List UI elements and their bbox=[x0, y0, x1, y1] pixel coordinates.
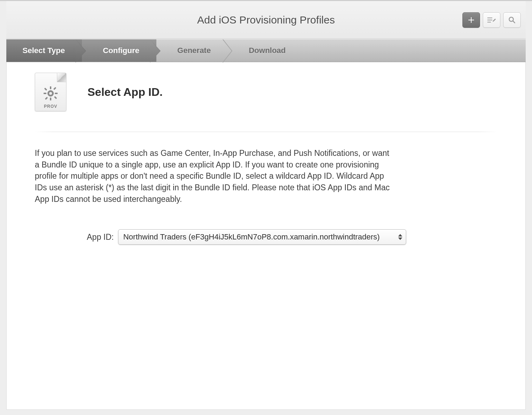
step-label: Select Type bbox=[22, 46, 65, 55]
svg-rect-10 bbox=[55, 93, 58, 94]
app-id-selected-value: Northwind Traders (eF3gH4iJ5kL6mN7oP8.co… bbox=[123, 232, 406, 242]
svg-rect-11 bbox=[44, 88, 47, 91]
divider bbox=[35, 132, 497, 132]
svg-rect-12 bbox=[54, 96, 57, 99]
provisioning-file-label: PROV bbox=[44, 104, 57, 109]
svg-rect-13 bbox=[53, 87, 56, 90]
section-head: PROV Select App ID. bbox=[35, 73, 497, 111]
app-frame: Add iOS Provisioning Profiles bbox=[0, 0, 532, 415]
search-button[interactable] bbox=[503, 12, 521, 28]
svg-point-6 bbox=[49, 92, 52, 95]
plus-icon bbox=[468, 17, 475, 24]
gear-icon bbox=[42, 85, 59, 102]
header-buttons bbox=[462, 12, 521, 28]
panel-header: Add iOS Provisioning Profiles bbox=[6, 1, 526, 39]
app-id-label: App ID: bbox=[87, 232, 114, 242]
step-label: Download bbox=[249, 46, 286, 55]
search-icon bbox=[508, 16, 516, 24]
app-id-select[interactable]: Northwind Traders (eF3gH4iJ5kL6mN7oP8.co… bbox=[118, 229, 406, 245]
add-button[interactable] bbox=[462, 12, 480, 28]
step-generate[interactable]: Generate bbox=[156, 39, 228, 62]
chevron-updown-icon bbox=[398, 234, 402, 240]
edit-list-icon bbox=[487, 17, 496, 24]
svg-rect-8 bbox=[50, 98, 51, 100]
step-label: Configure bbox=[103, 46, 140, 55]
step-select-type[interactable]: Select Type bbox=[6, 39, 82, 62]
edit-list-button[interactable] bbox=[483, 12, 500, 28]
page-fold bbox=[57, 73, 66, 82]
page-title: Add iOS Provisioning Profiles bbox=[197, 14, 335, 26]
svg-rect-9 bbox=[44, 93, 46, 94]
step-label: Generate bbox=[177, 46, 211, 55]
steps-bar: Select Type Configure Generate Download bbox=[6, 39, 526, 62]
content-area: PROV Select App ID. If you plan to use s… bbox=[6, 62, 526, 410]
step-configure[interactable]: Configure bbox=[82, 39, 156, 62]
section-title: Select App ID. bbox=[87, 86, 163, 99]
svg-rect-7 bbox=[50, 86, 51, 89]
provisioning-file-icon: PROV bbox=[35, 73, 66, 111]
app-id-field-row: App ID: Northwind Traders (eF3gH4iJ5kL6m… bbox=[87, 229, 497, 245]
svg-rect-14 bbox=[45, 97, 48, 100]
step-download[interactable]: Download bbox=[228, 39, 303, 62]
main-panel: Add iOS Provisioning Profiles bbox=[6, 1, 526, 410]
section-description: If you plan to use services such as Game… bbox=[35, 147, 393, 205]
